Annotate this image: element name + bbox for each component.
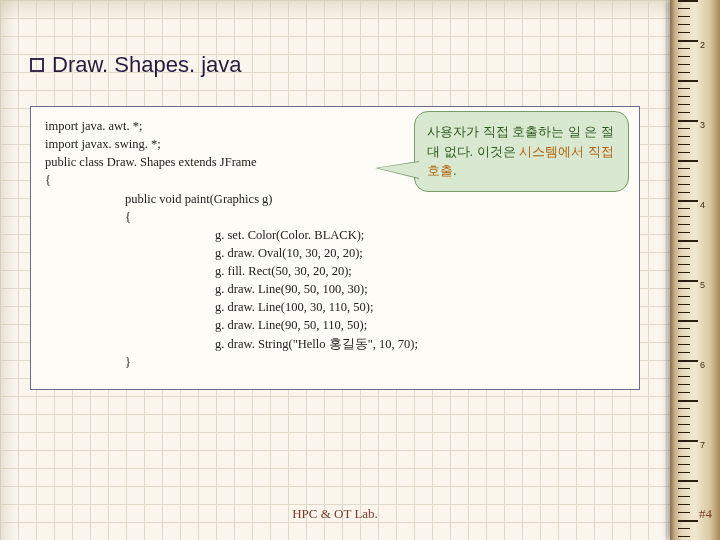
- ruler-tick: 2: [700, 40, 705, 50]
- code-line: g. draw. Line(90, 50, 100, 30);: [45, 280, 625, 298]
- callout-text: 사용자가 직접 호출하는 일: [427, 124, 581, 139]
- slide-content: Draw. Shapes. java 사용자가 직접 호출하는 일 은 절대 없…: [0, 0, 670, 540]
- code-line: g. draw. Line(100, 30, 110, 50);: [45, 298, 625, 316]
- callout-tail: [377, 162, 419, 178]
- ruler-tick: 4: [700, 200, 705, 210]
- ruler-tick: 3: [700, 120, 705, 130]
- code-line: g. draw. Line(90, 50, 110, 50);: [45, 316, 625, 334]
- code-line: g. set. Color(Color. BLACK);: [45, 226, 625, 244]
- code-box: 사용자가 직접 호출하는 일 은 절대 없다. 이것은 시스템에서 직접호출. …: [30, 106, 640, 390]
- ruler-tick: 5: [700, 280, 705, 290]
- title-row: Draw. Shapes. java: [30, 52, 640, 78]
- bullet-square-icon: [30, 58, 44, 72]
- callout-bubble: 사용자가 직접 호출하는 일 은 절대 없다. 이것은 시스템에서 직접호출.: [414, 111, 629, 192]
- code-line: {: [45, 208, 625, 226]
- page-number: #4: [699, 506, 712, 522]
- ruler-decoration: 2 3 4 5 6 7: [670, 0, 720, 540]
- slide-title: Draw. Shapes. java: [52, 52, 242, 78]
- code-line: g. draw. Oval(10, 30, 20, 20);: [45, 244, 625, 262]
- code-line: }: [45, 353, 625, 371]
- code-line: public void paint(Graphics g): [45, 190, 625, 208]
- ruler-tick: 6: [700, 360, 705, 370]
- code-line: g. fill. Rect(50, 30, 20, 20);: [45, 262, 625, 280]
- footer-label: HPC & OT Lab.: [0, 506, 670, 522]
- code-line: g. draw. String("Hello 홍길동", 10, 70);: [45, 335, 625, 353]
- callout-text: .: [453, 163, 457, 178]
- ruler-tick: 7: [700, 440, 705, 450]
